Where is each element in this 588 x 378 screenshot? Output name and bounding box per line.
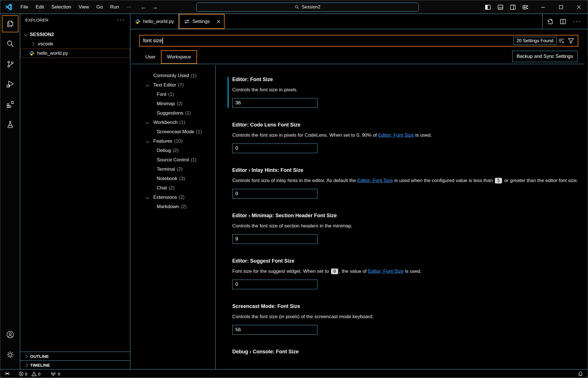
toc-count: (3) (179, 176, 185, 181)
menu-item-view[interactable]: View (75, 0, 93, 14)
chevron-down-icon (146, 83, 149, 87)
toc-text-editor[interactable]: Text Editor(7) (142, 80, 215, 90)
notifications-bell-icon[interactable] (578, 371, 583, 377)
menu-item-selection[interactable]: Selection (48, 0, 75, 14)
activity-accounts-button[interactable] (2, 326, 18, 343)
toc-extensions[interactable]: Extensions(2) (142, 193, 215, 202)
menu-item-go[interactable]: Go (93, 0, 106, 14)
menu-item-run[interactable]: Run (106, 0, 123, 14)
error-icon (19, 371, 24, 376)
toc-debug[interactable]: Debug(2) (142, 146, 215, 155)
description-text: Font size for the suggest widget. When s… (232, 269, 330, 274)
file-tree: SESSION2.vscodehello_world.py (20, 26, 130, 352)
chevron-down-icon (24, 33, 28, 36)
activity-testing-button[interactable] (2, 116, 18, 133)
scope-tab-workspace[interactable]: Workspace (161, 50, 197, 64)
toc-font[interactable]: Font(1) (142, 90, 215, 99)
setting-reference-link[interactable]: Editor: Font Size (357, 178, 393, 183)
menu-item-edit[interactable]: Edit (32, 0, 47, 14)
setting-value-input[interactable] (232, 325, 317, 335)
setting-value-input[interactable] (232, 280, 317, 289)
scope-tab-user[interactable]: User (140, 50, 161, 64)
close-window-button[interactable] (570, 0, 588, 14)
tree-item-label: .vscode (37, 41, 53, 47)
setting-value-input[interactable] (232, 189, 317, 198)
testing-icon (6, 120, 14, 129)
explorer-more-actions-icon[interactable]: ··· (117, 18, 125, 21)
tree-item--vscode[interactable]: .vscode (20, 39, 130, 48)
setting-reference-link[interactable]: Editor: Font Size (378, 132, 414, 138)
accounts-icon (6, 330, 14, 339)
activity-search-button[interactable] (2, 35, 18, 52)
remote-indicator[interactable]: >< (5, 371, 9, 376)
tab-label: Settings (192, 19, 210, 24)
panel-header-label: OUTLINE (30, 354, 49, 359)
menu-item-file[interactable]: File (17, 0, 32, 14)
toc-features[interactable]: Features(10) (142, 136, 215, 146)
toc-suggestions[interactable]: Suggestions(1) (142, 108, 215, 118)
panel-header-outline[interactable]: OUTLINE (20, 352, 130, 360)
panel-header-timeline[interactable]: TIMELINE (20, 360, 130, 369)
more-editor-actions-icon[interactable]: ··· (573, 20, 581, 23)
setting-editor-font-size: Editor: Font SizeControls the font size … (226, 77, 583, 108)
toc-count: (10) (174, 138, 183, 144)
activity-run-and-debug-button[interactable] (2, 76, 18, 93)
settings-search-input[interactable]: font size 20 Settings Found (139, 35, 578, 47)
toc-label: Debug (157, 148, 171, 153)
sidebar-title: EXPLORER (25, 18, 117, 22)
go-forward-button[interactable]: → (151, 3, 159, 11)
toc-workbench[interactable]: Workbench(1) (142, 118, 215, 127)
tree-item-label: SESSION2 (30, 32, 54, 37)
toc-notebook[interactable]: Notebook(3) (142, 174, 215, 183)
history-navigation: ← → (140, 3, 159, 11)
toc-markdown[interactable]: Markdown(2) (142, 202, 215, 211)
toc-divider[interactable] (215, 65, 215, 369)
activity-settings-gear-button[interactable] (2, 346, 18, 363)
description-text: is used when the configured value is les… (393, 178, 494, 183)
toggle-panel-icon[interactable] (497, 4, 503, 10)
toc-terminal[interactable]: Terminal(2) (142, 164, 215, 174)
clear-settings-search-icon[interactable] (556, 37, 566, 45)
toc-source-control[interactable]: Source Control(1) (142, 155, 215, 164)
maximize-button[interactable] (552, 0, 570, 14)
tree-item-hello_world-py[interactable]: hello_world.py (20, 48, 130, 58)
setting-value-input[interactable] (232, 234, 317, 244)
setting-reference-link[interactable]: Editor: Font Size (368, 269, 404, 274)
vscode-window: FileEditSelectionViewGoRun··· ← → Sessio… (0, 0, 588, 378)
chevron-right-icon (24, 354, 28, 358)
text-caret (162, 38, 163, 44)
toc-chat[interactable]: Chat(2) (142, 183, 215, 193)
problems-status[interactable]: 0 0 (19, 371, 43, 376)
go-back-button[interactable]: ← (140, 3, 147, 11)
status-bar: >< 0 0 0 (0, 369, 588, 378)
customize-layout-icon[interactable] (522, 4, 528, 10)
sidebar-header: EXPLORER ··· (20, 14, 130, 26)
activity-bar-top (2, 15, 18, 136)
close-tab-icon[interactable] (217, 20, 221, 24)
tab-hello_world-py[interactable]: hello_world.py (130, 14, 179, 29)
activity-extensions-button[interactable] (2, 96, 18, 113)
toc-count: (2) (177, 101, 183, 107)
tab-settings[interactable]: Settings (179, 14, 225, 29)
activity-source-control-button[interactable] (2, 56, 18, 73)
setting-description: Font size for the suggest widget. When s… (232, 267, 583, 275)
filter-settings-icon[interactable] (566, 37, 576, 45)
minimize-button[interactable] (534, 0, 552, 14)
setting-value-input[interactable] (232, 143, 317, 153)
ports-status[interactable]: 0 (51, 371, 60, 376)
menu-overflow-button[interactable]: ··· (123, 0, 135, 14)
tree-item-session2[interactable]: SESSION2 (20, 30, 130, 39)
toc-commonly-used[interactable]: Commonly Used(1) (142, 71, 215, 80)
command-center-search[interactable]: Session2 (196, 3, 419, 12)
toc-screencast-mode[interactable]: Screencast Mode(1) (142, 127, 215, 136)
split-editor-icon[interactable] (560, 18, 566, 25)
toggle-secondary-sidebar-icon[interactable] (510, 4, 516, 10)
toc-label: Commonly Used (153, 73, 189, 79)
activity-explorer-button[interactable] (2, 15, 18, 32)
setting-value-input[interactable] (232, 98, 317, 108)
toggle-primary-sidebar-icon[interactable] (485, 4, 491, 10)
backup-and-sync-button[interactable]: Backup and Sync Settings (512, 51, 577, 62)
open-settings-json-icon[interactable] (547, 18, 553, 25)
setting-description: Controls the font size of section header… (232, 222, 583, 230)
toc-minimap[interactable]: Minimap(2) (142, 99, 215, 108)
